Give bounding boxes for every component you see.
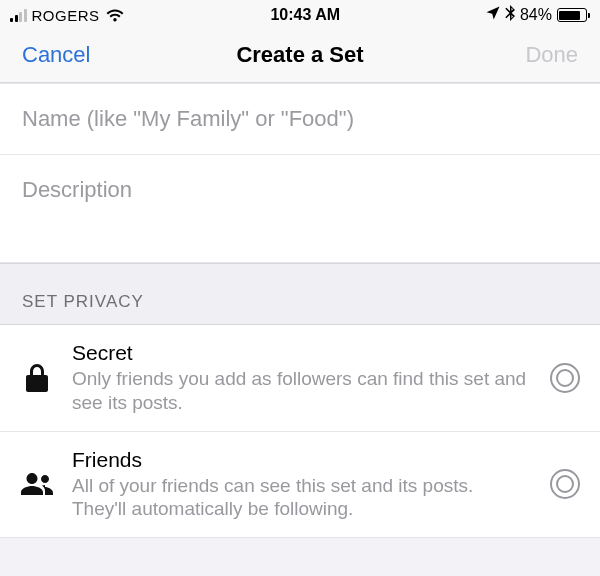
privacy-title: Secret [72, 341, 532, 365]
description-input[interactable]: Description [0, 155, 600, 263]
cancel-button[interactable]: Cancel [22, 42, 207, 68]
nav-bar: Cancel Create a Set Done [0, 28, 600, 83]
lock-icon [20, 363, 54, 393]
privacy-text: Friends All of your friends can see this… [72, 448, 532, 522]
battery-icon [557, 8, 590, 22]
status-left: ROGERS [10, 7, 125, 24]
privacy-option-secret[interactable]: Secret Only friends you add as followers… [0, 325, 600, 432]
radio-button[interactable] [550, 469, 580, 499]
privacy-title: Friends [72, 448, 532, 472]
clock: 10:43 AM [270, 6, 340, 24]
privacy-option-friends[interactable]: Friends All of your friends can see this… [0, 432, 600, 539]
status-bar: ROGERS 10:43 AM 84% [0, 0, 600, 28]
done-button[interactable]: Done [393, 42, 578, 68]
bluetooth-icon [505, 5, 515, 25]
friends-icon [20, 472, 54, 496]
privacy-desc: All of your friends can see this set and… [72, 474, 532, 522]
privacy-desc: Only friends you add as followers can fi… [72, 367, 532, 415]
carrier-label: ROGERS [32, 7, 100, 24]
privacy-text: Secret Only friends you add as followers… [72, 341, 532, 415]
name-input[interactable]: Name (like "My Family" or "Food") [0, 83, 600, 155]
privacy-section-header: SET PRIVACY [0, 263, 600, 325]
page-title: Create a Set [207, 42, 392, 68]
radio-button[interactable] [550, 363, 580, 393]
status-right: 84% [486, 5, 590, 25]
wifi-icon [105, 8, 125, 22]
signal-icon [10, 8, 27, 22]
form-fields: Name (like "My Family" or "Food") Descri… [0, 83, 600, 263]
battery-percent: 84% [520, 6, 552, 24]
location-icon [486, 6, 500, 24]
